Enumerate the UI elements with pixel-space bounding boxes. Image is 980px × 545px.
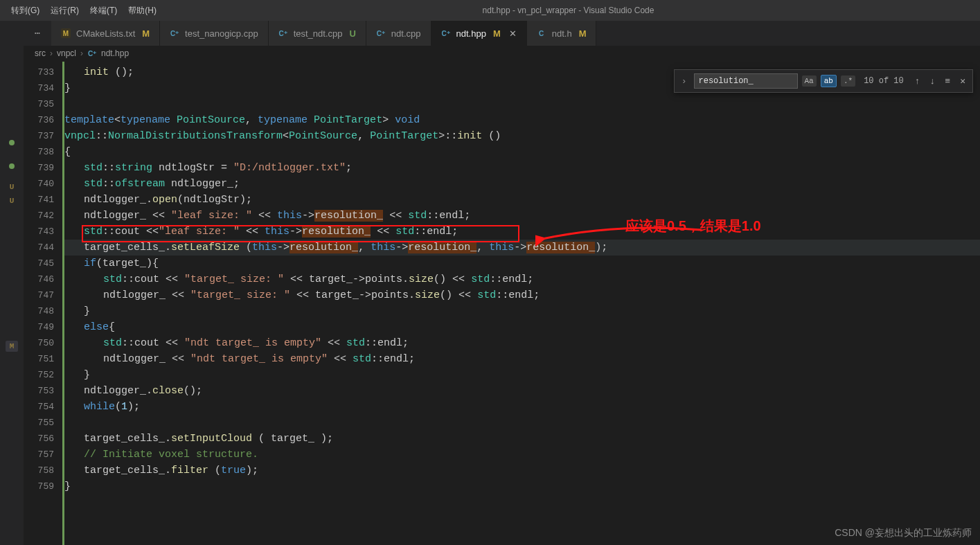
file-icon: C <box>537 28 546 38</box>
file-icon: C⁺ <box>87 48 97 58</box>
tab-label: ndt.hpp <box>456 28 486 39</box>
watermark: CSDN @妄想出头的工业炼药师 <box>835 527 972 539</box>
whole-word-toggle[interactable]: ab <box>821 75 837 87</box>
tabs-row: ⋯ M CMakeLists.txt M C⁺ test_nanogicp.cp… <box>24 21 980 46</box>
code-editor[interactable]: init (); } template<typename PointSource… <box>64 62 980 545</box>
menu-terminal[interactable]: 终端(T) <box>84 5 123 17</box>
breadcrumb-seg[interactable]: src <box>35 48 46 58</box>
find-count: 10 of 10 <box>859 76 908 86</box>
chevron-right-icon[interactable]: › <box>679 76 690 87</box>
code-wrap: 7337347357367377387397407417427437447457… <box>24 62 980 545</box>
tab-cmakelists[interactable]: M CMakeLists.txt M <box>51 21 160 46</box>
git-status-U: U <box>10 197 15 205</box>
main-row: U U M ⋯ M CMakeLists.txt M C⁺ test_nanog… <box>0 21 980 545</box>
regex-toggle[interactable]: .* <box>841 75 855 87</box>
match-case-toggle[interactable]: Aa <box>802 75 817 87</box>
tab-label: ndt.h <box>552 28 572 39</box>
line-number-gutter: 7337347357367377387397407417427437447457… <box>24 62 62 545</box>
tab-test-nanogicp[interactable]: C⁺ test_nanogicp.cpp <box>160 21 269 46</box>
badge-modified: M <box>579 28 587 39</box>
tab-test-ndt[interactable]: C⁺ test_ndt.cpp U <box>269 21 366 46</box>
find-input[interactable] <box>694 73 798 89</box>
file-icon: C⁺ <box>376 28 386 38</box>
git-status-U: U <box>10 183 15 191</box>
window-title: ndt.hpp - vn_pcl_wrapper - Visual Studio… <box>162 6 974 15</box>
more-icon[interactable]: ⋯ <box>24 21 51 46</box>
tab-label: test_nanogicp.cpp <box>185 28 258 39</box>
badge-modified: M <box>493 28 501 39</box>
file-icon: M <box>61 28 71 38</box>
tab-label: CMakeLists.txt <box>76 28 135 39</box>
menu-run[interactable]: 运行(R) <box>45 5 84 17</box>
menu-goto[interactable]: 转到(G) <box>6 5 45 17</box>
menu-bar: 转到(G) 运行(R) 终端(T) 帮助(H) ndt.hpp - vn_pcl… <box>0 0 980 21</box>
file-icon: C⁺ <box>441 28 451 38</box>
breadcrumb[interactable]: src › vnpcl › C⁺ ndt.hpp <box>24 46 980 62</box>
tab-ndt-hpp[interactable]: C⁺ ndt.hpp M ✕ <box>431 21 527 46</box>
annotation-text: 应该是0.5，结果是1.0 <box>625 217 761 235</box>
chevron-right-icon: › <box>50 48 53 58</box>
breadcrumb-seg[interactable]: ndt.hpp <box>101 48 129 58</box>
badge-untracked: U <box>349 28 355 39</box>
next-match-icon[interactable]: ↓ <box>927 76 938 87</box>
prev-match-icon[interactable]: ↑ <box>912 76 923 87</box>
modified-dot-icon <box>9 163 15 169</box>
file-icon: C⁺ <box>170 28 179 38</box>
modified-dot-icon <box>9 140 15 145</box>
close-icon[interactable]: ✕ <box>957 75 968 87</box>
breadcrumb-seg[interactable]: vnpcl <box>57 48 76 58</box>
tab-label: test_ndt.cpp <box>294 28 343 39</box>
find-widget[interactable]: › Aa ab .* 10 of 10 ↑ ↓ ≡ ✕ <box>674 69 973 93</box>
find-in-selection-icon[interactable]: ≡ <box>942 76 953 87</box>
close-icon[interactable]: ✕ <box>509 28 517 39</box>
git-status-M: M <box>6 341 19 352</box>
tab-ndt-h[interactable]: C ndt.h M <box>527 21 597 46</box>
badge-modified: M <box>142 28 150 39</box>
file-icon: C⁺ <box>278 28 288 38</box>
editor-area: ⋯ M CMakeLists.txt M C⁺ test_nanogicp.cp… <box>24 21 980 545</box>
menu-help[interactable]: 帮助(H) <box>123 5 162 17</box>
explorer-gutter: U U M <box>0 21 24 545</box>
tab-ndt-cpp[interactable]: C⁺ ndt.cpp <box>366 21 431 46</box>
tab-label: ndt.cpp <box>391 28 421 39</box>
chevron-right-icon: › <box>80 48 83 58</box>
